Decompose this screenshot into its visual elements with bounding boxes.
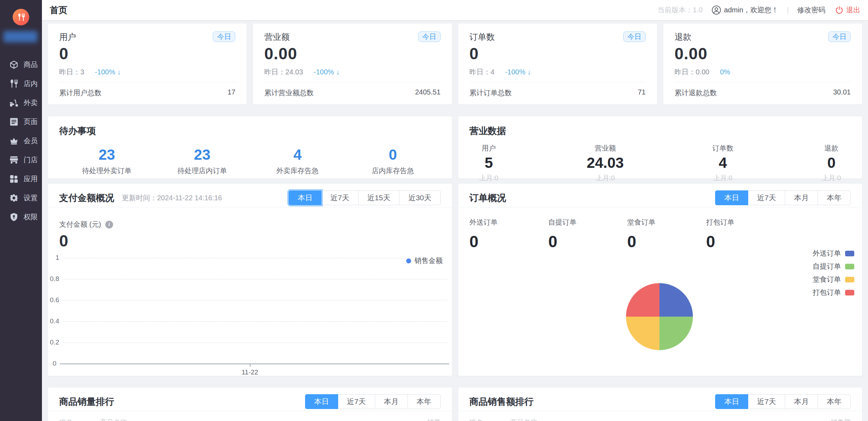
stat-card-value: 0.00 [264,44,440,63]
shield-icon [9,212,19,222]
legend-swatch-icon [845,290,854,295]
sidebar-item-settings[interactable]: 设置 [0,188,42,207]
legend-sales-amount[interactable]: 销售金额 [405,255,444,266]
today-badge: 今日 [623,31,646,42]
user-avatar-icon[interactable] [712,5,721,15]
stat-card-refunds: 退款 今日 0.00 昨日：0.000% 累计退款总数30.01 [663,24,862,104]
sidebar-item-label: 设置 [24,193,38,203]
app-logo[interactable] [13,9,29,25]
panel-title: 营业数据 [470,125,851,137]
stat-card-orders: 订单数 今日 0 昨日：4-100% ↓ 累计订单总数71 [458,24,657,104]
today-badge: 今日 [828,31,851,42]
tab-month[interactable]: 本月 [785,394,818,409]
change-percent: -100% ↓ [314,68,339,76]
pie-chart[interactable] [626,283,693,350]
biz-stat-revenue: 营业额 24.03 上月:0 [587,144,624,183]
sidebar-item-label: 店内 [24,79,38,89]
stat-card-footer: 累计退款总数30.01 [675,82,851,104]
stat-card-yesterday: 昨日：0.000% [675,67,851,77]
tab-year[interactable]: 本年 [408,394,441,409]
sidebar: 商品 店内 外卖 页面 会员 门店 应用 设置 [0,0,42,421]
todo-item-instore-stock[interactable]: 0 店内库存告急 [345,146,441,176]
sidebar-item-permissions[interactable]: 权限 [0,207,42,226]
brand-name-blurred [4,31,37,42]
panel-title: 支付金额概况 [59,192,114,204]
utensils-icon [9,79,19,89]
todo-item-takeout-stock[interactable]: 4 外卖库存告急 [250,146,345,176]
topbar-divider: | [787,6,789,14]
sidebar-item-takeout[interactable]: 外卖 [0,93,42,112]
legend-item-pickup[interactable]: 自提订单 [813,262,854,271]
power-icon [835,6,843,14]
page-title: 首页 [50,4,67,16]
scooter-icon [9,98,19,108]
version-label: 当前版本：1.0 [658,5,703,15]
sidebar-item-apps[interactable]: 应用 [0,169,42,188]
sidebar-item-stores[interactable]: 门店 [0,150,42,169]
info-icon[interactable] [105,221,113,228]
todo-item-instore-orders[interactable]: 23 待处理店内订单 [155,146,250,176]
y-tick: 0 [52,360,56,367]
legend-swatch-icon [845,277,854,282]
order-stat-pickup: 自提订单 0 [548,218,627,251]
tab-month[interactable]: 本月 [375,394,408,409]
sales-revenue-rank-panel: 商品销售额排行 本日 近7天 本月 本年 排名 商品名称 销售额 [458,388,862,421]
tab-7days[interactable]: 近7天 [748,190,785,205]
welcome-text[interactable]: admin，欢迎您！ [724,5,778,15]
tab-7days[interactable]: 近7天 [338,394,375,409]
update-time: 更新时间：2024-11-22 14:16:16 [122,193,222,203]
y-tick: 0.6 [50,296,59,304]
tab-today[interactable]: 本日 [715,394,748,409]
stat-card-title: 订单数 [470,31,495,43]
tab-today[interactable]: 本日 [305,394,338,409]
sidebar-item-label: 商品 [24,60,38,69]
sidebar-item-label: 页面 [24,117,38,127]
y-tick: 0.8 [50,275,59,283]
sidebar-item-instore[interactable]: 店内 [0,74,42,93]
change-percent: 0% [720,68,730,76]
stat-card-value: 0 [59,44,235,63]
tab-month[interactable]: 本月 [785,190,818,205]
stat-card-yesterday: 昨日：4-100% ↓ [470,67,646,77]
change-percent: -100% ↓ [95,68,120,76]
tab-30days[interactable]: 近30天 [399,190,440,205]
gear-icon [9,193,19,203]
order-stat-packed: 打包订单 0 [706,218,785,251]
cube-icon [9,60,19,69]
stat-card-footer: 累计营业额总数2405.51 [264,82,440,104]
tab-today[interactable]: 本日 [715,190,748,205]
stat-card-title: 退款 [675,31,692,43]
sidebar-item-pages[interactable]: 页面 [0,112,42,131]
order-overview-panel: 订单概况 本日 近7天 本月 本年 外送订单 0 自提订单 0 [458,184,862,376]
tab-year[interactable]: 本年 [818,394,851,409]
y-tick: 0.2 [50,338,59,346]
tab-7days[interactable]: 近7天 [748,394,785,409]
todo-item-takeout-orders[interactable]: 23 待处理外卖订单 [59,146,155,176]
stat-card-footer: 累计用户总数17 [59,82,235,104]
sidebar-item-goods[interactable]: 商品 [0,55,42,74]
sidebar-item-members[interactable]: 会员 [0,131,42,150]
sidebar-item-label: 门店 [24,155,38,165]
logout-button[interactable]: 退出 [835,5,860,15]
x-tick-mark [250,364,250,367]
biz-stat-users: 用户 5 上月:0 [479,144,498,183]
today-badge: 今日 [213,31,235,42]
sidebar-item-label: 应用 [24,174,38,184]
topbar: 首页 当前版本：1.0 admin，欢迎您！ | 修改密码 退出 [42,0,868,20]
pie-legend: 外送订单 自提订单 堂食订单 打包订单 [813,249,854,301]
store-icon [9,155,19,165]
legend-item-delivery[interactable]: 外送订单 [813,249,854,258]
metric-value: 0 [48,231,452,250]
tab-7days[interactable]: 近7天 [322,190,359,205]
sales-rank-tabs: 本日 近7天 本月 本年 [305,394,441,409]
order-stat-delivery: 外送订单 0 [470,218,548,251]
biz-stat-orders: 订单数 4 上月:0 [712,144,733,183]
stat-card-title: 营业额 [264,31,290,43]
y-tick: 1 [55,254,59,262]
tab-year[interactable]: 本年 [818,190,851,205]
change-password-link[interactable]: 修改密码 [797,5,825,15]
tab-15days[interactable]: 近15天 [359,190,399,205]
legend-item-packed[interactable]: 打包订单 [813,288,854,297]
legend-item-dinein[interactable]: 堂食订单 [813,275,854,284]
tab-today[interactable]: 本日 [289,190,322,205]
